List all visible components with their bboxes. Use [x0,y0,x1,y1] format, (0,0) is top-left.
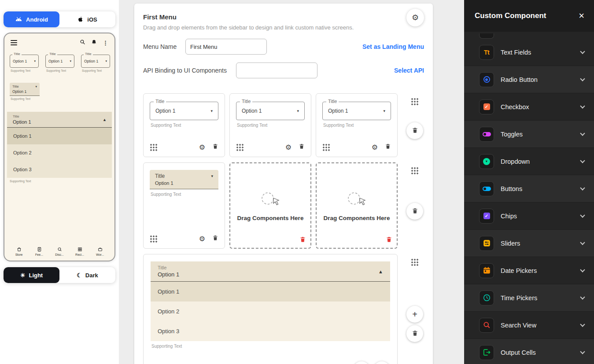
component-delete-button[interactable] [385,143,391,151]
trash-icon [212,143,218,151]
dropdown-option[interactable]: Option 3 [151,321,390,341]
menu-settings-button[interactable]: ⚙ [406,9,424,26]
row-delete-button[interactable] [406,325,423,342]
menu-name-input[interactable] [185,39,267,55]
ios-toggle-button[interactable]: iOS [59,11,115,27]
kebab-icon[interactable]: ⋮ [103,40,108,46]
component-settings-button[interactable]: ⚙ [199,235,205,243]
discover-icon [57,247,62,252]
drag-handle-icon[interactable] [236,143,244,151]
component-item-toggles[interactable]: Toggles [464,121,594,148]
apple-icon [77,16,84,23]
drag-handle-icon[interactable] [150,143,158,151]
search-icon[interactable] [80,39,85,47]
bottom-nav-item[interactable]: Fee... [30,247,48,256]
component-settings-button[interactable]: ⚙ [353,361,370,364]
component-item-buttons[interactable]: Buttons [464,175,594,202]
expanded-dropdown-header[interactable]: Title Option 1 ▲ [151,261,390,282]
dropdown-option[interactable]: Option 1 [151,282,390,301]
chevron-down-icon: ▾ [70,59,71,63]
select-api-link[interactable]: Select API [394,67,424,74]
component-item-search-view[interactable]: Search View [464,312,594,339]
dropdown-component[interactable]: Title Option 1 ▾ [236,102,305,120]
component-delete-button[interactable] [373,361,390,364]
drop-zone[interactable]: Drag Components Here [229,162,311,249]
preview-dropdown[interactable]: Title Option 1 ▾ [45,55,74,68]
component-card-expanded[interactable]: Title Option 1 ▲ Option 1 Option 2 Optio… [143,254,398,364]
component-settings-button[interactable]: ⚙ [372,143,378,151]
component-card[interactable]: Title Option 1 ▾ Supporting Text ⚙ [316,93,398,157]
chevron-down-icon: ▾ [105,59,107,63]
preview-dropdown[interactable]: Title Option 1 ▾ [10,55,39,68]
menu-icon[interactable] [11,40,17,45]
set-landing-menu-link[interactable]: Set as Landing Menu [362,43,424,50]
app-root: Android iOS ⋮ [0,0,594,364]
partially-scrolled-item [464,32,594,39]
dropdown-option[interactable]: Option 3 [7,161,112,178]
component-item-radio-button[interactable]: Radio Button [464,66,594,93]
dropdown-label: Title [326,99,339,104]
bottom-nav-item[interactable]: Store [10,247,28,256]
component-item-output-cells[interactable]: Output Cells [464,339,594,364]
drop-zone-delete-button[interactable] [299,236,306,244]
drop-zone[interactable]: Drag Components Here [316,162,398,249]
android-toggle-button[interactable]: Android [4,11,59,27]
dropdown-component[interactable]: Title Option 1 ▾ [150,102,218,120]
drop-zone-text: Drag Components Here [324,215,390,221]
dropdown-label: Title [13,114,31,118]
row-delete-button[interactable] [406,122,423,139]
component-item-dropdown[interactable]: ▼ Dropdown [464,148,594,175]
component-row-2: Title ▾ Option 1 Supporting Text ⚙ [143,162,424,249]
dropdown-icon: ▼ [479,154,494,169]
supporting-text: Supporting Text [11,69,39,72]
api-binding-input[interactable] [236,63,317,78]
drag-handle-icon[interactable] [322,143,330,151]
dropdown-value: Option 1 [242,108,262,114]
component-settings-button[interactable]: ⚙ [199,143,205,151]
component-item-time-pickers[interactable]: Time Pickers [464,284,594,312]
component-card[interactable]: Title ▾ Option 1 Supporting Text ⚙ [143,162,225,249]
row-drag-handle-icon[interactable] [411,167,419,175]
component-item-text-fields[interactable]: Tt Text Fields [464,39,594,66]
drop-zone-delete-button[interactable] [386,236,392,244]
row-drag-handle-icon[interactable] [411,258,419,266]
chevron-down-icon: ▾ [210,109,213,113]
bottom-nav-item[interactable]: Reci... [70,247,89,256]
supporting-text: Supporting Text [151,344,390,349]
preview-dropdown[interactable]: Title Option 1 ▾ [81,55,110,68]
component-item-sliders[interactable]: Sliders [464,230,594,257]
bell-icon[interactable] [91,39,97,47]
close-icon[interactable]: × [579,11,584,21]
dropdown-value: Option 1 [155,180,213,186]
dropdown-option[interactable]: Option 1 [7,128,112,144]
filled-dropdown-component[interactable]: Title ▾ Option 1 [150,170,218,189]
dropdown-value: Option 1 [48,59,63,63]
preview-topbar: ⋮ [9,38,110,50]
row-delete-button[interactable] [406,203,423,220]
light-theme-button[interactable]: ☀ Light [4,267,59,283]
component-item-checkbox[interactable]: ✓ Checkbox [464,93,594,121]
dropdown-option[interactable]: Option 2 [151,301,390,321]
dropdown-options: Option 1 Option 2 Option 3 [7,128,112,178]
page-title: First Menu [143,13,424,21]
dark-theme-button[interactable]: ☾ Dark [59,267,115,283]
component-item-chips[interactable]: ✓ Chips [464,202,594,230]
row-drag-handle-icon[interactable] [411,98,419,106]
bottom-nav-item[interactable]: Disc... [50,247,69,256]
drag-handle-icon[interactable] [150,235,158,243]
component-delete-button[interactable] [212,143,218,151]
component-settings-button[interactable]: ⚙ [285,143,291,151]
add-row-button[interactable]: + [406,306,423,323]
dropdown-options: Option 1 Option 2 Option 3 [151,282,390,341]
buttons-icon [479,181,494,196]
component-card[interactable]: Title Option 1 ▾ Supporting Text ⚙ [143,93,225,157]
component-item-date-pickers[interactable]: Date Pickers [464,257,594,284]
bottom-nav-item[interactable]: Wor... [91,247,109,256]
preview-filled-dropdown[interactable]: Title ▾ Option 1 [10,83,40,96]
expanded-dropdown-header[interactable]: Title Option 1 ▲ [7,112,112,128]
dropdown-component[interactable]: Title Option 1 ▾ [322,102,391,120]
component-card[interactable]: Title Option 1 ▾ Supporting Text ⚙ [229,93,311,157]
dropdown-option[interactable]: Option 2 [7,144,112,161]
component-delete-button[interactable] [212,235,218,243]
component-delete-button[interactable] [299,143,305,151]
